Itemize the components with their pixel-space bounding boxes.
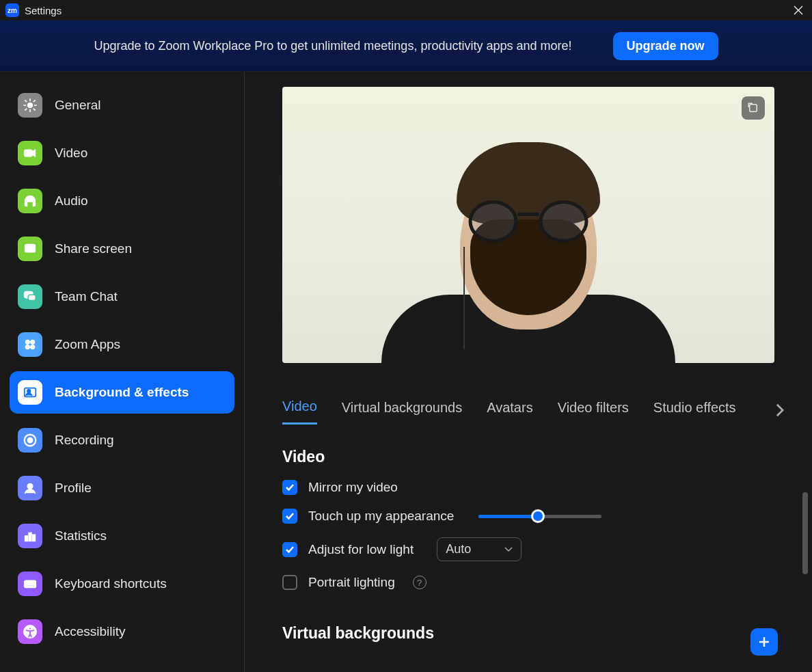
sidebar-item-label: Audio [55,193,88,209]
tab-avatars[interactable]: Avatars [487,400,532,424]
lowlight-select[interactable]: Auto [437,537,522,561]
sidebar-item-team-chat[interactable]: Team Chat [10,275,234,318]
svg-rect-3 [25,150,32,156]
sidebar-item-label: Share screen [55,241,132,256]
sidebar-item-statistics[interactable]: Statistics [10,515,234,557]
svg-point-9 [26,345,30,349]
svg-rect-23 [27,585,33,587]
portrait-lighting-option: Portrait lighting ? [282,575,785,590]
chat-icon [18,284,42,309]
sidebar-item-zoom-apps[interactable]: Zoom Apps [10,323,234,366]
svg-point-10 [31,345,34,349]
svg-rect-21 [29,582,30,584]
tabs-scroll-right-icon[interactable] [775,403,785,420]
accessibility-icon [18,619,42,644]
apps-icon [18,332,42,357]
banner-text: Upgrade to Zoom Workplace Pro to get unl… [94,39,571,53]
sidebar-item-label: Background & effects [55,385,189,400]
sidebar-item-label: Recording [55,433,114,448]
tab-studio-effects[interactable]: Studio effects [653,400,736,424]
close-button[interactable] [791,3,805,17]
sidebar-item-label: Profile [55,481,92,496]
svg-point-7 [26,340,30,345]
headphones-icon [18,189,42,213]
stats-icon [18,524,42,548]
svg-point-14 [27,438,32,442]
sidebar-item-keyboard-shortcuts[interactable]: Keyboard shortcuts [10,563,234,605]
mirror-video-option: Mirror my video [282,480,785,495]
effects-tabs: VideoVirtual backgroundsAvatarsVideo fil… [282,399,785,425]
chevron-down-icon [504,547,513,552]
svg-point-2 [28,103,32,107]
sidebar-item-label: Keyboard shortcuts [55,576,167,591]
sidebar-item-label: Team Chat [55,289,118,304]
record-icon [18,428,42,453]
sidebar-item-profile[interactable]: Profile [10,467,234,509]
sidebar-item-general[interactable]: General [10,84,234,126]
rotate-camera-button[interactable] [742,96,765,120]
scrollbar[interactable] [802,492,808,574]
touchup-slider[interactable] [478,515,601,518]
lowlight-option: Adjust for low light Auto [282,537,785,561]
touchup-label: Touch up my appearance [308,509,454,524]
svg-rect-16 [25,536,28,541]
sidebar-item-label: General [55,98,101,113]
gear-icon [18,93,42,118]
touchup-option: Touch up my appearance [282,509,785,524]
window-title: Settings [25,5,62,16]
sidebar-item-label: Video [55,146,87,161]
portrait-lighting-checkbox[interactable] [282,575,297,590]
slider-handle[interactable] [531,509,545,523]
lowlight-select-value: Auto [446,542,471,556]
add-background-button[interactable] [750,628,778,656]
tab-video-filters[interactable]: Video filters [558,400,629,424]
sidebar-item-label: Accessibility [55,624,125,639]
upgrade-button[interactable]: Upgrade now [613,32,718,60]
tab-video[interactable]: Video [282,399,317,425]
profile-icon [18,476,42,500]
lowlight-label: Adjust for low light [308,542,414,557]
sidebar-item-accessibility[interactable]: Accessibility [10,610,234,653]
sidebar-item-video[interactable]: Video [10,132,234,174]
svg-rect-22 [31,582,33,584]
mirror-video-checkbox[interactable] [282,480,297,495]
zoom-logo-icon: zm [5,3,19,17]
sidebar-item-share-screen[interactable]: Share screen [10,228,234,270]
sidebar-item-background-effects[interactable]: Background & effects [10,371,234,414]
sidebar-item-recording[interactable]: Recording [10,419,234,461]
video-preview [282,87,774,363]
video-section-title: Video [282,448,785,466]
portrait-lighting-label: Portrait lighting [308,575,395,590]
virtual-backgrounds-title: Virtual backgrounds [282,624,785,643]
svg-rect-6 [28,295,36,300]
titlebar: zm Settings [0,0,812,21]
touchup-checkbox[interactable] [282,509,297,524]
lowlight-checkbox[interactable] [282,542,297,557]
svg-point-8 [31,340,34,345]
settings-sidebar: GeneralVideoAudioShare screenTeam ChatZo… [0,72,245,672]
sidebar-item-label: Zoom Apps [55,337,120,352]
svg-rect-18 [33,535,36,541]
sidebar-item-audio[interactable]: Audio [10,180,234,222]
svg-rect-20 [27,582,28,584]
svg-point-25 [29,628,31,630]
keyboard-icon [18,572,42,596]
sidebar-item-label: Statistics [55,528,107,543]
tab-virtual-backgrounds[interactable]: Virtual backgrounds [342,400,462,424]
mirror-video-label: Mirror my video [308,480,398,495]
settings-content: VideoVirtual backgroundsAvatarsVideo fil… [245,72,812,672]
svg-rect-17 [29,533,31,541]
share-icon [18,237,42,261]
upgrade-banner: Upgrade to Zoom Workplace Pro to get unl… [0,21,812,72]
person-icon [18,380,42,405]
help-icon[interactable]: ? [413,576,427,589]
svg-rect-26 [750,105,757,112]
svg-point-12 [27,390,31,393]
svg-point-15 [27,484,32,489]
video-icon [18,141,42,165]
